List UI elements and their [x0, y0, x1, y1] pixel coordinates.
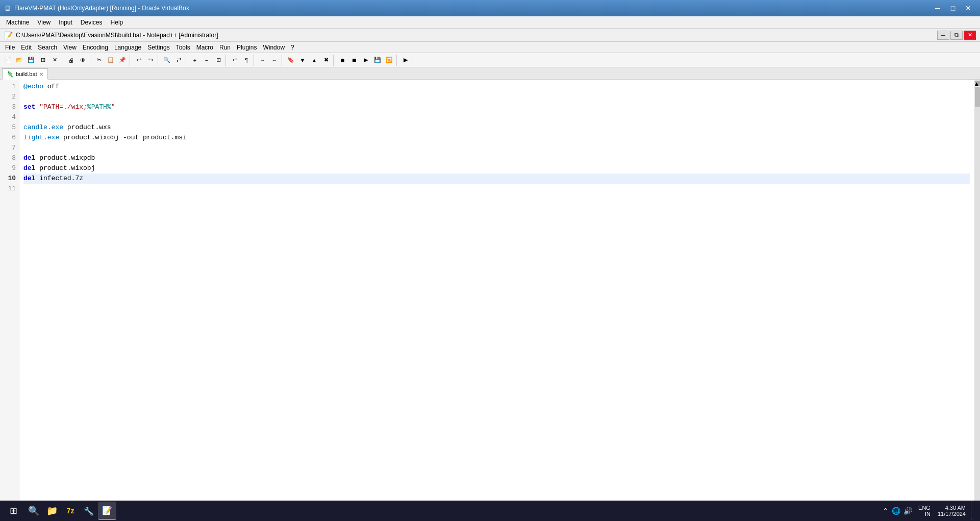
- tb-print[interactable]: 🖨: [65, 55, 77, 66]
- tb-print-preview[interactable]: 👁: [77, 55, 88, 66]
- tb-run[interactable]: ▶: [400, 55, 411, 66]
- tb-macro-record[interactable]: ⏺: [337, 55, 348, 66]
- line-num-5: 5: [3, 122, 16, 133]
- npp-menu-search[interactable]: Search: [35, 42, 60, 53]
- taskbar-7zip[interactable]: 7z: [61, 502, 80, 520]
- tb-bookmark-prev[interactable]: ▲: [309, 55, 320, 66]
- tb-macro-stop[interactable]: ⏹: [348, 55, 360, 66]
- vbox-maximize-button[interactable]: □: [945, 1, 961, 15]
- vbox-menu-view[interactable]: View: [33, 16, 55, 28]
- line-num-8: 8: [3, 153, 16, 163]
- vbox-menu-help[interactable]: Help: [107, 16, 128, 28]
- tray-date: IN: [925, 511, 931, 517]
- vbox-minimize-button[interactable]: ─: [930, 1, 945, 15]
- system-tray: ⌃ 🌐 🔊 ENG IN 4:30 AM 11/17/2024: [878, 502, 978, 520]
- tb-paste[interactable]: 📌: [117, 55, 128, 66]
- vbox-titlebar: 🖥 FlareVM-PMAT (HostOnlyAdapter) [Runnin…: [0, 0, 980, 16]
- scrollbar-track[interactable]: [975, 87, 980, 503]
- tb-copy[interactable]: 📋: [105, 55, 116, 66]
- code-line-2[interactable]: [23, 92, 970, 102]
- npp-menu-tools[interactable]: Tools: [173, 42, 193, 53]
- tb-wrap[interactable]: ↵: [229, 55, 240, 66]
- code-line-11[interactable]: [23, 184, 970, 194]
- tb-cut[interactable]: ✂: [93, 55, 105, 66]
- tb-replace[interactable]: ⇄: [173, 55, 184, 66]
- clock-display[interactable]: ENG IN: [918, 505, 931, 517]
- npp-menu-macro[interactable]: Macro: [193, 42, 216, 53]
- code-line-4[interactable]: [23, 112, 970, 122]
- npp-restore-button[interactable]: ⧉: [950, 31, 963, 40]
- npp-menu-settings[interactable]: Settings: [144, 42, 172, 53]
- tb-bookmark-clear[interactable]: ✖: [320, 55, 332, 66]
- toolbar-separator-11: [413, 55, 415, 66]
- code-line-5[interactable]: candle.exe product.wxs: [23, 122, 970, 133]
- tray-chevron[interactable]: ⌃: [883, 507, 889, 515]
- code-line-1[interactable]: @echo off: [23, 82, 970, 92]
- tb-zoom-restore[interactable]: ⊡: [213, 55, 224, 66]
- npp-menu-run[interactable]: Run: [216, 42, 234, 53]
- tb-macro-play[interactable]: ▶: [360, 55, 371, 66]
- npp-menu-language[interactable]: Language: [111, 42, 144, 53]
- code-line-9[interactable]: del product.wixobj: [23, 163, 970, 173]
- npp-menu-view[interactable]: View: [60, 42, 80, 53]
- tb-zoom-out[interactable]: −: [201, 55, 212, 66]
- tb-redo[interactable]: ↪: [145, 55, 156, 66]
- vbox-close-button[interactable]: ✕: [961, 1, 976, 15]
- tb-new[interactable]: 📄: [2, 55, 13, 66]
- token-del-1: del: [23, 153, 35, 163]
- npp-menu-help[interactable]: ?: [288, 42, 297, 53]
- line-num-2: 2: [3, 92, 16, 102]
- tray-network[interactable]: 🌐: [892, 507, 900, 515]
- scrollbar-up-arrow[interactable]: ▲: [975, 81, 980, 86]
- tb-find[interactable]: 🔍: [161, 55, 172, 66]
- scrollbar-thumb[interactable]: [975, 87, 980, 107]
- code-line-8[interactable]: del product.wixpdb: [23, 153, 970, 163]
- npp-menu-edit[interactable]: Edit: [18, 42, 35, 53]
- npp-minimize-button[interactable]: ─: [937, 31, 949, 40]
- taskbar-notepad[interactable]: 📝: [98, 502, 116, 520]
- tb-bookmark-next[interactable]: ▼: [297, 55, 308, 66]
- tb-bookmark-toggle[interactable]: 🔖: [285, 55, 296, 66]
- editor-area[interactable]: 1 2 3 4 5 6 7 8 9 10 11 @echo off: [0, 80, 980, 510]
- tb-outdent[interactable]: ←: [269, 55, 280, 66]
- clock-area[interactable]: 4:30 AM 11/17/2024: [938, 505, 966, 517]
- npp-app-icon: 📝: [4, 31, 13, 39]
- tb-close[interactable]: ✕: [49, 55, 60, 66]
- token-light: light.exe: [23, 133, 59, 143]
- npp-close-button[interactable]: ✕: [964, 31, 976, 40]
- npp-menu-file[interactable]: File: [2, 42, 18, 53]
- start-button[interactable]: ⊞: [2, 502, 24, 520]
- token-echo: @echo: [23, 82, 43, 92]
- vbox-menu-devices[interactable]: Devices: [77, 16, 107, 28]
- tb-save-all[interactable]: ⊞: [37, 55, 48, 66]
- tab-build-bat[interactable]: 🦎 build.bat ✕: [2, 68, 48, 80]
- npp-menu-window[interactable]: Window: [260, 42, 288, 53]
- tray-volume[interactable]: 🔊: [903, 507, 912, 515]
- tb-macro-save[interactable]: 💾: [372, 55, 383, 66]
- tb-save[interactable]: 💾: [26, 55, 37, 66]
- code-editor[interactable]: @echo off set "PATH=./wix;%PATH%" candle…: [19, 80, 974, 510]
- tb-undo[interactable]: ↩: [133, 55, 144, 66]
- token-off: off: [43, 82, 59, 92]
- code-line-10[interactable]: del infected.7z: [23, 173, 970, 184]
- taskbar-search[interactable]: 🔍: [24, 502, 43, 520]
- tb-indent[interactable]: →: [257, 55, 268, 66]
- code-line-6[interactable]: light.exe product.wixobj -out product.ms…: [23, 133, 970, 143]
- code-line-3[interactable]: set "PATH=./wix;%PATH%": [23, 102, 970, 112]
- taskbar-app3[interactable]: 🔧: [80, 502, 98, 520]
- npp-menu-plugins[interactable]: Plugins: [234, 42, 260, 53]
- tb-open[interactable]: 📂: [14, 55, 25, 66]
- toolbar-separator-3: [130, 55, 132, 66]
- tb-all-chars[interactable]: ¶: [241, 55, 252, 66]
- tb-macro-run[interactable]: 🔁: [384, 55, 395, 66]
- tb-zoom-in[interactable]: +: [189, 55, 200, 66]
- show-desktop-button[interactable]: [971, 502, 974, 520]
- vbox-menu-machine[interactable]: Machine: [2, 16, 33, 28]
- tab-close-button[interactable]: ✕: [39, 71, 43, 77]
- npp-menu-encoding[interactable]: Encoding: [80, 42, 111, 53]
- npp-menubar: File Edit Search View Encoding Language …: [0, 42, 980, 53]
- scrollbar-vertical[interactable]: ▲ ▼: [974, 80, 980, 510]
- code-line-7[interactable]: [23, 143, 970, 153]
- vbox-menu-input[interactable]: Input: [55, 16, 77, 28]
- taskbar-file-explorer[interactable]: 📁: [43, 502, 61, 520]
